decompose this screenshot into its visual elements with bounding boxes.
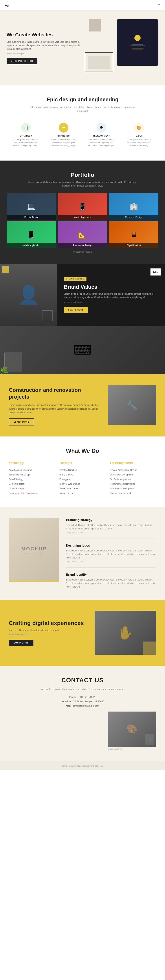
bv-deco2 [42, 310, 53, 321]
nav-menu-button[interactable]: ≡ [158, 3, 160, 8]
construction-bg-content: ⌨ [73, 342, 92, 358]
brand-values-button[interactable]: LEARN MORE [64, 307, 88, 313]
branding-strategy-credit: Image from Freepik [66, 531, 156, 534]
what-we-do-title: What We Do [9, 447, 156, 454]
mk-logo: MK [151, 269, 160, 275]
feature-branding: ✦ BRANDING Lorem ipsum dolor sit amet, c… [46, 121, 81, 150]
crafting-title: Crafting digital experiences [9, 619, 90, 627]
hero-section: We Create Websites Duis aute irure dolor… [0, 11, 165, 86]
wwd-item-uxui-web: UI/UX & Web Design [59, 482, 106, 485]
hero-tablet [85, 52, 113, 72]
brand-values-title: Brand Values [64, 284, 159, 290]
branding-services-section: MOCKUP READY TO USE Branding strategy Si… [0, 507, 165, 600]
construction-image: 🔧 [108, 385, 156, 425]
mockup-label-main: MOCKUP [21, 546, 47, 552]
wwd-col-strategy-title: Strategy. [9, 461, 55, 465]
contact-image-letter: a [145, 733, 154, 745]
footer: Sample text. Click to select the Panel E… [0, 761, 165, 770]
mockup-label-sub: READY TO USE [25, 552, 43, 555]
feature-uxui-desc: Lorem ipsum dolor sit amet, consectetur … [123, 138, 155, 147]
feature-strategy-desc: Lorem ipsum dolor sit amet, consectetur … [10, 138, 42, 147]
portfolio-label-website: Website Design [6, 215, 56, 220]
crafting-section: Crafting digital experiences Join the el… [0, 600, 165, 666]
brand-identity-desc: Simple text. Click to select the text bo… [66, 578, 156, 589]
crafting-text: Crafting digital experiences Join the el… [9, 619, 90, 646]
wwd-col-strategy: Strategy. Analytics and Research Interac… [9, 461, 55, 496]
portfolio-label-mobile2: Mobile Application [6, 243, 56, 248]
brand-values-section: 👤 BRAND VALUES Brand Values Lorem ipsum … [0, 264, 165, 326]
contact-mail: Mail: template@example.com [66, 705, 99, 707]
wwd-col-dev-title: Development. [110, 461, 156, 465]
portfolio-label-responsive: Responsive Design [58, 243, 107, 248]
feature-uxui-title: UX/UI [123, 135, 155, 137]
brand-values-content: BRAND VALUES Brand Values Lorem ipsum do… [57, 264, 165, 326]
brand-identity-title: Brand identity [66, 573, 156, 576]
wwd-item-creative-direction: Creative Direction [59, 468, 106, 472]
wwd-item-3rdparty: 3rd Party Integrations [110, 478, 156, 481]
branding-strategy-section: Branding strategy Simple text. Click to … [66, 518, 156, 538]
contact-location: Location: 70 Street, Sample, WI 46025 [61, 700, 104, 703]
construction-text: Construction and renovation projects Lor… [9, 385, 101, 425]
navigation: logo ≡ [0, 0, 165, 11]
keyboard-icon: ⌨ [73, 343, 92, 358]
contact-us-button[interactable]: CONTACT US [9, 640, 33, 646]
digital-icon: 🖥 [130, 231, 137, 239]
construction-section: Construction and renovation projects Lor… [0, 374, 165, 436]
feature-development-icon: ⚙ [97, 123, 106, 132]
portfolio-item-mobile2[interactable]: 📱 Mobile Application [6, 221, 56, 248]
wwd-item-brand-strategy: Brand Strategy [9, 478, 55, 481]
hero-gray-shape [89, 19, 101, 32]
portfolio-item-responsive[interactable]: 📐 Responsive Design [58, 221, 107, 248]
wwd-item-wordpress: WordPress Development [110, 487, 156, 490]
epic-section: Epic design and engineering Ut enim ad m… [0, 86, 165, 161]
feature-development-desc: Lorem ipsum dolor sit amet, consectetur … [86, 138, 117, 147]
contact-mail-value: template@example.com [73, 705, 99, 707]
portfolio-label-digital: Digital Product [109, 243, 159, 248]
portfolio-title: Portfolio [6, 172, 159, 178]
crafting-image: ✋ [95, 611, 156, 655]
mobile2-icon: 📱 [27, 231, 36, 239]
epic-features-row: 📊 STRATEGY Lorem ipsum dolor sit amet, c… [9, 121, 156, 150]
brand-values-description: Lorem ipsum dolor sit amet, consectetur … [64, 292, 159, 299]
portfolio-grid: 💻 Website Design 📱 Mobile Application 🏢 … [6, 193, 159, 248]
hero-device-content [128, 33, 148, 52]
construction-description: Lorem ipsum dolor sit amet, consectetur … [9, 403, 101, 414]
contact-bottom-right: 🎨 a Image from Freepik [108, 711, 156, 750]
brand-values-badge: BRAND VALUES [64, 277, 86, 281]
hero-device-line3 [130, 45, 145, 46]
portfolio-item-mobile[interactable]: 📱 Mobile Application [58, 193, 107, 220]
crafting-hand-icon: ✋ [117, 625, 134, 641]
construction-title: Construction and renovation projects [9, 387, 101, 400]
crafting-yellow-accent [143, 641, 156, 655]
wwd-item-digital-strategy: Digital Strategy [9, 487, 55, 490]
crafting-subtitle: Join the elite ranks of sustained value … [9, 629, 90, 632]
hero-title: We Create Websites [6, 32, 80, 38]
nav-logo[interactable]: logo [5, 3, 10, 7]
wwd-item-cro: Conversion Rate Optimization [9, 492, 55, 495]
portfolio-label-mobile: Mobile Application [58, 215, 107, 220]
portfolio-section: Portfolio Lorem quisque id diam vel quam… [0, 161, 165, 264]
contact-location-value: 70 Street, Sample, WI 46025 [73, 700, 104, 703]
portfolio-item-corporate[interactable]: 🏢 Corporate Design [109, 193, 159, 220]
responsive-icon: 📐 [78, 231, 87, 239]
designing-logos-desc: Simple text. Click to select the text bo… [66, 549, 156, 560]
what-we-do-section: What We Do Strategy. Analytics and Resea… [0, 436, 165, 507]
branding-mockup: MOCKUP READY TO USE [9, 518, 59, 589]
bv-deco1 [2, 266, 9, 273]
construction-button[interactable]: LEARN MORE [9, 418, 34, 425]
feature-branding-icon: ✦ [59, 123, 68, 132]
view-portfolio-button[interactable]: VIEW PORTFOLIO [6, 58, 37, 64]
contact-branding-image: 🎨 a [108, 711, 156, 747]
contact-section: CONTACT US We are here to meet any busin… [0, 666, 165, 761]
wwd-item-analytics: Analytics and Research [9, 468, 55, 472]
portfolio-item-website[interactable]: 💻 Website Design [6, 193, 56, 220]
hero-device-line4 [132, 48, 144, 48]
website-icon: 💻 [27, 202, 36, 210]
portfolio-item-digital[interactable]: 🖥 Digital Product [109, 221, 159, 248]
wwd-item-prototypes: Prototypes [59, 478, 106, 481]
crafting-credit: Image from Freepik [9, 633, 90, 636]
plant-decoration: 🌿 [0, 366, 8, 374]
contact-location-label: Location: [61, 700, 72, 703]
wwd-item-brand-guides: Brand Guides [59, 473, 106, 476]
portfolio-label-corporate: Corporate Design [109, 215, 159, 220]
